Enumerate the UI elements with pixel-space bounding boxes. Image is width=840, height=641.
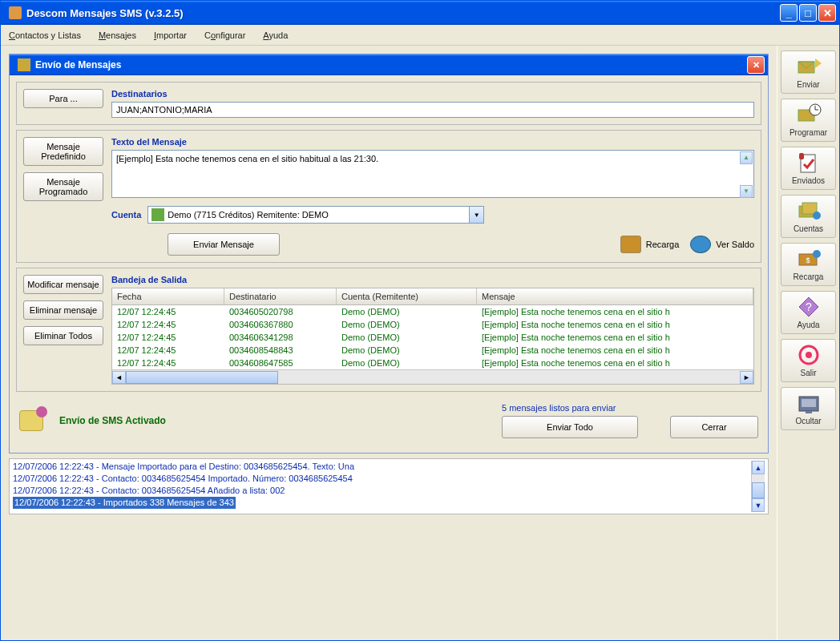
recarga-link[interactable]: Recarga xyxy=(620,236,680,253)
log-line: 12/07/2006 12:22:43 - Contacto: 00346856… xyxy=(13,485,751,497)
menu-contactos-y-listas[interactable]: Contactos y Listas xyxy=(9,30,81,40)
column-header[interactable]: Cuenta (Remitente) xyxy=(337,288,477,304)
log-vscrollbar[interactable]: ▲ ▼ xyxy=(751,461,765,512)
table-cell: 12/07 12:24:45 xyxy=(112,357,224,369)
send-icon xyxy=(796,55,822,78)
modify-message-button[interactable]: Modificar mensaje xyxy=(23,275,103,294)
toolbar-programar-button[interactable]: Programar xyxy=(781,99,836,142)
titlebar[interactable]: Descom Mensajes SMS (v.3.2.5) _ □ ✕ xyxy=(1,1,839,25)
table-cell: 12/07 12:24:45 xyxy=(112,331,224,344)
send-message-button[interactable]: Enviar Mensaje xyxy=(168,233,280,256)
close-button[interactable]: ✕ xyxy=(818,4,836,22)
table-cell: 0034608647585 xyxy=(224,357,337,369)
message-textarea[interactable] xyxy=(111,150,754,198)
toolbar-salir-button[interactable]: Salir xyxy=(781,339,836,382)
toolbar-enviar-button[interactable]: Enviar xyxy=(781,50,836,94)
toolbar-label: Cuentas xyxy=(794,224,823,233)
table-row[interactable]: 12/07 12:24:450034605020798Demo (DEMO)[E… xyxy=(112,305,753,318)
table-row[interactable]: 12/07 12:24:450034606367880Demo (DEMO)[E… xyxy=(112,318,753,331)
recharge-icon xyxy=(620,236,641,253)
toolbar-ayuda-button[interactable]: ?Ayuda xyxy=(781,291,836,334)
toolbar-recarga-button[interactable]: $Recarga xyxy=(781,243,836,286)
cuenta-value: Demo (7715 Créditos) Remitente: DEMO xyxy=(168,210,469,220)
table-cell: 12/07 12:24:45 xyxy=(112,318,224,331)
svg-rect-8 xyxy=(799,153,804,159)
svg-point-11 xyxy=(813,212,821,220)
svg-point-13 xyxy=(813,250,821,258)
table-row[interactable]: 12/07 12:24:450034608548843Demo (DEMO)[E… xyxy=(112,344,753,357)
log-line: 12/07/2006 12:22:43 - Mensaje Importado … xyxy=(13,461,751,473)
outbox-group: Modificar mensaje Eliminar mensaje Elimi… xyxy=(16,268,761,392)
message-group: Mensaje Predefinido Mensaje Programado T… xyxy=(16,130,761,263)
app-window: Descom Mensajes SMS (v.3.2.5) _ □ ✕ Cont… xyxy=(0,0,840,641)
toolbar-label: Ayuda xyxy=(797,320,819,329)
menu-configurar[interactable]: Configurar xyxy=(204,30,245,40)
toolbar-label: Salir xyxy=(800,369,816,377)
window-title: Descom Mensajes SMS (v.3.2.5) xyxy=(26,7,780,19)
menu-ayuda[interactable]: Ayuda xyxy=(263,30,288,40)
menu-mensajes[interactable]: Mensajes xyxy=(99,30,136,40)
column-header[interactable]: Mensaje xyxy=(477,288,753,304)
programmed-message-button[interactable]: Mensaje Programado xyxy=(23,172,103,201)
svg-marker-2 xyxy=(815,58,822,68)
column-header[interactable]: Fecha xyxy=(112,288,224,304)
svg-rect-21 xyxy=(806,411,812,413)
ver-saldo-link[interactable]: Ver Saldo xyxy=(690,236,754,253)
svg-point-18 xyxy=(806,352,812,358)
toolbar-label: Programar xyxy=(790,128,827,137)
table-cell: Demo (DEMO) xyxy=(337,331,477,344)
svg-rect-20 xyxy=(802,399,816,407)
table-cell: 0034608548843 xyxy=(224,344,337,357)
bottom-row: Envío de SMS Activado 5 mensajes listos … xyxy=(16,397,761,446)
destinatarios-input[interactable] xyxy=(111,102,754,118)
close-dialog-button[interactable]: Cerrar xyxy=(670,416,758,438)
minimize-button[interactable]: _ xyxy=(780,4,798,22)
inner-close-button[interactable]: ✕ xyxy=(747,56,765,74)
table-cell: [Ejemplo] Esta noche tenemos cena en el … xyxy=(477,318,753,331)
schedule-icon xyxy=(796,103,822,126)
table-row[interactable]: 12/07 12:24:450034606341298Demo (DEMO)[E… xyxy=(112,331,753,344)
column-header[interactable]: Destinatario xyxy=(224,288,337,304)
account-icon xyxy=(151,208,164,221)
toolbar-ocultar-button[interactable]: Ocultar xyxy=(781,387,836,430)
sms-status-text: Envío de SMS Activado xyxy=(59,415,166,426)
delete-all-button[interactable]: Eliminar Todos xyxy=(23,326,103,345)
envelope-icon xyxy=(18,58,30,71)
log-line: 12/07/2006 12:22:43 - Contacto: 00346856… xyxy=(13,473,751,485)
help-icon: ? xyxy=(796,296,822,318)
table-cell: [Ejemplo] Esta noche tenemos cena en el … xyxy=(477,357,753,369)
delete-message-button[interactable]: Eliminar mensaje xyxy=(23,300,103,320)
table-cell: 12/07 12:24:45 xyxy=(112,344,224,357)
toolbar-cuentas-button[interactable]: Cuentas xyxy=(781,195,836,238)
send-messages-window: Envío de Mensajes ✕ Para ... Destinatari… xyxy=(9,54,769,454)
send-all-button[interactable]: Enviar Todo xyxy=(502,416,638,438)
table-cell: Demo (DEMO) xyxy=(337,318,477,331)
destinatarios-label: Destinatarios xyxy=(111,89,754,99)
sent-icon xyxy=(796,151,822,174)
maximize-button[interactable]: □ xyxy=(799,4,817,22)
table-row[interactable]: 12/07 12:24:450034608647585Demo (DEMO)[E… xyxy=(112,357,753,369)
table-cell: [Ejemplo] Esta noche tenemos cena en el … xyxy=(477,331,753,344)
para-button[interactable]: Para ... xyxy=(23,89,103,108)
cuenta-select[interactable]: Demo (7715 Créditos) Remitente: DEMO ▼ xyxy=(147,206,484,224)
textarea-scrollbar[interactable]: ▲ ▼ xyxy=(740,151,753,198)
menu-importar[interactable]: Importar xyxy=(154,30,187,40)
toolbar-enviados-button[interactable]: Enviados xyxy=(781,147,836,190)
inner-titlebar[interactable]: Envío de Mensajes ✕ xyxy=(10,54,768,75)
table-cell: [Ejemplo] Esta noche tenemos cena en el … xyxy=(477,344,753,357)
cuenta-label: Cuenta xyxy=(111,210,141,220)
recipients-group: Para ... Destinatarios xyxy=(16,82,761,125)
recharge-icon: $ xyxy=(796,248,822,270)
toolbar-label: Enviar xyxy=(797,80,819,89)
toolbar-label: Ocultar xyxy=(795,417,821,425)
menubar: Contactos y ListasMensajesImportarConfig… xyxy=(1,25,839,46)
outbox-table: FechaDestinatarioCuenta (Remitente)Mensa… xyxy=(111,288,754,385)
chevron-down-icon[interactable]: ▼ xyxy=(469,207,483,223)
table-cell: Demo (DEMO) xyxy=(337,344,477,357)
table-hscrollbar[interactable]: ◄ ► xyxy=(112,369,753,384)
table-cell: 12/07 12:24:45 xyxy=(112,305,224,318)
bandeja-label: Bandeja de Salida xyxy=(111,275,754,284)
table-cell: Demo (DEMO) xyxy=(337,357,477,369)
predefined-message-button[interactable]: Mensaje Predefinido xyxy=(23,137,103,166)
table-cell: 0034606341298 xyxy=(224,331,337,344)
